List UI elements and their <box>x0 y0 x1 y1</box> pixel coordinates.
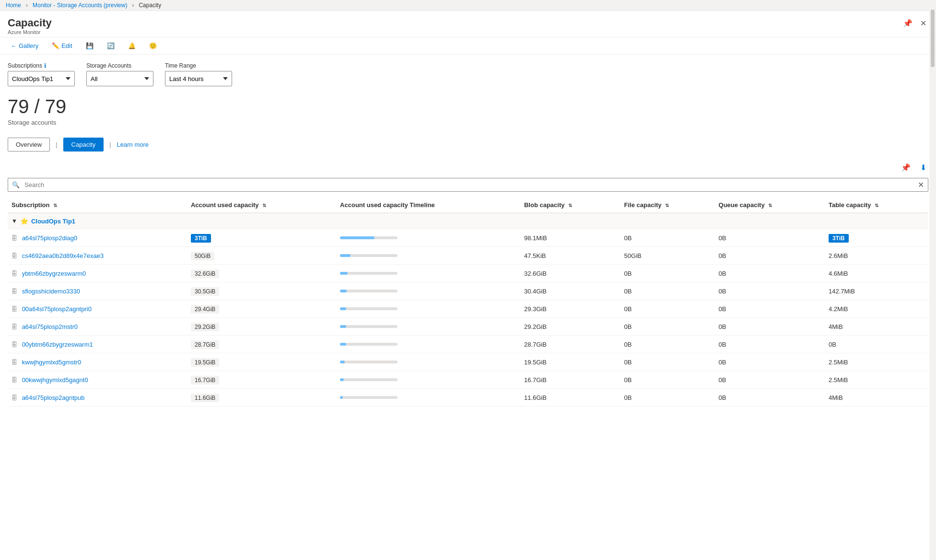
subscriptions-select[interactable]: CloudOps Tip1 <box>8 71 75 86</box>
cell-table-cap: 2.6MiB <box>825 247 928 265</box>
table-cap-value: 2.5MiB <box>829 376 848 384</box>
main-content: Subscriptions ℹ CloudOps Tip1 Storage Ac… <box>0 55 936 560</box>
row-account-name[interactable]: a64sl75plosp2mstr0 <box>22 323 78 330</box>
clear-search-icon[interactable]: ✕ <box>918 180 924 189</box>
close-button[interactable]: ✕ <box>918 17 928 30</box>
table-header: Subscription ⇅ Account used capacity ⇅ A… <box>8 198 928 213</box>
row-account-name[interactable]: cs4692aea0b2d89x4e7exae3 <box>22 252 104 259</box>
edit-button[interactable]: ✏️ Edit <box>49 40 75 51</box>
scrollbar[interactable] <box>929 0 936 560</box>
tab-capacity[interactable]: Capacity <box>63 138 104 152</box>
cell-used-capacity: 32.6GiB <box>187 265 336 282</box>
storage-icon: 🗄 <box>12 288 17 295</box>
row-account-name[interactable]: 00kwwjhgymlxd5gagnt0 <box>22 376 88 384</box>
timeline-chart <box>340 375 398 385</box>
gallery-button[interactable]: ← Gallery <box>8 40 41 51</box>
tab-overview[interactable]: Overview <box>8 138 50 152</box>
cell-queue: 0B <box>715 282 825 300</box>
col-table: Table capacity ⇅ <box>825 198 928 213</box>
cell-name: 🗄 a64sl75plosp2diag0 <box>8 229 187 247</box>
refresh-button[interactable]: 🔄 <box>104 40 117 51</box>
cell-table-cap: 4.2MiB <box>825 300 928 318</box>
row-account-name[interactable]: sflogsshicidemo3330 <box>22 288 80 295</box>
timeline-fill <box>340 307 346 310</box>
table-row: 🗄 00ybtm66zbygrzeswarm1 28.7GiB 28.7GiB … <box>8 336 928 353</box>
capacity-table: Subscription ⇅ Account used capacity ⇅ A… <box>8 198 928 407</box>
cell-timeline <box>336 336 520 353</box>
group-row: ▼ ⭐ CloudOps Tip1 <box>8 213 928 229</box>
count-number: 79 / 79 <box>8 96 928 117</box>
row-account-name[interactable]: a64sl75plosp2agntpub <box>22 394 85 401</box>
cell-timeline <box>336 318 520 336</box>
count-section: 79 / 79 Storage accounts <box>8 96 928 126</box>
subscriptions-label: Subscriptions ℹ <box>8 62 75 69</box>
timeline-fill <box>340 361 345 363</box>
search-icon: 🔍 <box>12 181 20 188</box>
cell-name: 🗄 a64sl75plosp2agntpub <box>8 389 187 407</box>
group-toggle[interactable]: ▼ <box>12 218 17 224</box>
table-row: 🗄 ybtm66zbygrzeswarm0 32.6GiB 32.6GiB 0B… <box>8 265 928 282</box>
time-range-select[interactable]: Last 4 hours <box>165 71 232 86</box>
storage-icon: 🗄 <box>12 270 17 277</box>
timeline-chart <box>340 339 398 349</box>
sort-icon-queue: ⇅ <box>768 203 772 208</box>
breadcrumb-monitor[interactable]: Monitor - Storage Accounts (preview) <box>33 2 127 9</box>
download-button[interactable]: ⬇ <box>918 161 928 174</box>
gallery-label: Gallery <box>19 42 38 49</box>
cell-used-capacity: 19.5GiB <box>187 353 336 371</box>
row-account-name[interactable]: kwwjhgymlxd5gmstr0 <box>22 359 82 366</box>
pin-button[interactable]: 📌 <box>901 17 914 30</box>
cell-timeline <box>336 229 520 247</box>
cell-file: 0B <box>620 336 715 353</box>
storage-icon: 🗄 <box>12 235 17 242</box>
feedback-button[interactable]: 🙂 <box>146 40 160 51</box>
cell-table-cap: 0B <box>825 336 928 353</box>
scrollbar-thumb[interactable] <box>931 10 935 67</box>
storage-accounts-filter: Storage Accounts All <box>86 62 153 86</box>
timeline-chart <box>340 233 398 243</box>
cell-file: 0B <box>620 229 715 247</box>
cell-used-capacity: 29.4GiB <box>187 300 336 318</box>
cell-name: 🗄 cs4692aea0b2d89x4e7exae3 <box>8 247 187 265</box>
cell-used-capacity: 28.7GiB <box>187 336 336 353</box>
row-account-name[interactable]: a64sl75plosp2diag0 <box>22 234 78 242</box>
cell-blob: 29.2GiB <box>520 318 620 336</box>
capacity-bar-highlight: 3TiB <box>191 234 211 243</box>
row-account-name[interactable]: ybtm66zbygrzeswarm0 <box>22 270 86 277</box>
save-icon: 💾 <box>86 42 94 49</box>
row-account-name[interactable]: 00a64sl75plosp2agntpri0 <box>22 305 92 313</box>
table-cap-value: 4MiB <box>829 394 843 401</box>
group-name[interactable]: CloudOps Tip1 <box>31 218 75 225</box>
col-timeline: Account used capacity Timeline <box>336 198 520 213</box>
cell-blob: 28.7GiB <box>520 336 620 353</box>
breadcrumb-home[interactable]: Home <box>6 2 21 9</box>
cell-blob: 19.5GiB <box>520 353 620 371</box>
sort-icon-table: ⇅ <box>875 203 878 208</box>
col-queue: Queue capacity ⇅ <box>715 198 825 213</box>
storage-icon: 🗄 <box>12 324 17 330</box>
table-cap-value: 142.7MiB <box>829 288 855 295</box>
row-account-name[interactable]: 00ybtm66zbygrzeswarm1 <box>22 341 93 348</box>
capacity-bar-normal: 11.6GiB <box>191 394 219 402</box>
learn-more-link[interactable]: Learn more <box>117 141 149 148</box>
cell-name: 🗄 00a64sl75plosp2agntpri0 <box>8 300 187 318</box>
table-row: 🗄 a64sl75plosp2agntpub 11.6GiB 11.6GiB 0… <box>8 389 928 407</box>
storage-accounts-select[interactable]: All <box>86 71 153 86</box>
cell-blob: 98.1MiB <box>520 229 620 247</box>
alert-button[interactable]: 🔔 <box>125 40 139 51</box>
page-subtitle: Azure Monitor <box>8 29 52 35</box>
tab-sep-1: | <box>56 141 57 148</box>
smiley-icon: 🙂 <box>149 42 157 49</box>
timeline-chart <box>340 304 398 314</box>
save-button[interactable]: 💾 <box>83 40 96 51</box>
cell-queue: 0B <box>715 371 825 389</box>
timeline-bg <box>340 378 398 381</box>
timeline-bg <box>340 396 398 399</box>
timeline-chart <box>340 357 398 367</box>
action-bar: 📌 ⬇ <box>8 161 928 174</box>
pin-table-button[interactable]: 📌 <box>899 161 913 174</box>
capacity-bar-normal: 50GiB <box>191 252 214 260</box>
cell-timeline <box>336 265 520 282</box>
cell-used-capacity: 30.5GiB <box>187 282 336 300</box>
search-input[interactable] <box>23 178 918 191</box>
